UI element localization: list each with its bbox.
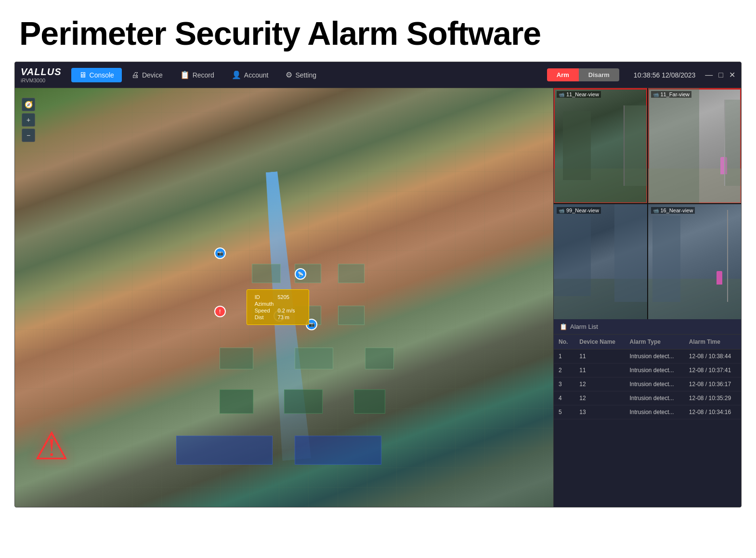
zoom-in-button[interactable]: + [22,113,35,127]
cam4-detail [648,204,742,319]
cam1-label-icon: 📹 [559,92,564,97]
cam2-label: 📹 11_Far-view [651,91,692,98]
alarm-row-5[interactable]: 5 13 Intrusion detect... 12-08 / 10:34:1… [554,405,741,419]
main-content: 📷 📡 ! 📷 📷 ID [15,88,741,507]
tooltip-dist-label: Dist [253,314,276,321]
alarm-row-3[interactable]: 3 12 Intrusion detect... 12-08 / 10:36:1… [554,377,741,391]
alarm-time-4: 12-08 / 10:35:29 [684,391,741,405]
cam4-fence [727,210,741,302]
camera-feed-1[interactable]: 📹 11_Near-view [554,88,647,203]
cam3-label-text: 99_Near-view [566,208,599,213]
marker-1[interactable]: 📷 [214,247,226,259]
building-10 [220,389,253,414]
alarm-no-1: 1 [554,350,574,363]
alarm-list-header: 📋 Alarm List [554,319,741,335]
logo-area: VALLUS iRVM3000 [21,66,62,83]
zoom-out-button[interactable]: − [22,129,35,142]
title-bar: VALLUS iRVM3000 🖥 Console 🖨 Device 📋 Rec… [15,62,741,88]
account-icon: 👤 [232,70,241,79]
camera-feed-3[interactable]: 📹 99_Near-view [554,204,647,319]
nav-record[interactable]: 📋 Record [172,67,222,82]
col-time: Alarm Time [684,335,741,350]
alarm-device-1: 11 [574,350,625,363]
page-title: Perimeter Security Alarm Software [19,14,737,52]
marker-alert[interactable]: ! [214,306,226,317]
nav-setting-label: Setting [295,71,316,79]
cam1-label: 📹 11_Near-view [557,91,601,98]
alarm-type-2: Intrusion detect... [625,363,684,377]
cam4-label-text: 16_Near-view [661,208,693,213]
alarm-row-4[interactable]: 4 12 Intrusion detect... 12-08 / 10:35:2… [554,391,741,405]
alarm-device-5: 13 [574,405,625,419]
alarm-type-4: Intrusion detect... [625,391,684,405]
tooltip-azimuth-value [275,300,297,307]
right-panel: 📹 11_Near-view 📹 11_Far-view [553,88,741,507]
building-9 [365,348,394,369]
marker-4-icon: 📷 [309,322,314,327]
nav-setting[interactable]: ⚙ Setting [278,67,324,82]
nav-account[interactable]: 👤 Account [224,67,276,82]
cam4-person [717,271,722,285]
building-blue-1 [176,436,273,465]
compass-button[interactable]: 🧭 [22,98,35,111]
logo-subtitle: iRVM3000 [21,78,62,83]
alarm-row-2[interactable]: 2 11 Intrusion detect... 12-08 / 10:37:4… [554,363,741,377]
alarm-type-3: Intrusion detect... [625,377,684,391]
disarm-button[interactable]: Disarm [579,68,619,81]
page-title-area: Perimeter Security Alarm Software [0,0,756,62]
camera-feed-4[interactable]: 📹 16_Near-view [648,204,742,319]
col-no: No. [554,335,574,350]
cam2-detail [648,88,742,203]
nav-console[interactable]: 🖥 Console [71,68,122,82]
nav-device-label: Device [142,71,163,79]
alarm-row-1[interactable]: 1 11 Intrusion detect... 12-08 / 10:38:4… [554,350,741,363]
alarm-time-2: 12-08 / 10:37:41 [684,363,741,377]
record-icon: 📋 [180,70,190,79]
building-6 [338,306,365,325]
app-window: VALLUS iRVM3000 🖥 Console 🖨 Device 📋 Rec… [14,62,742,507]
alarm-no-5: 5 [554,405,574,419]
map-area[interactable]: 📷 📡 ! 📷 📷 ID [15,88,553,507]
cam1-fence [624,105,647,186]
building-8 [295,348,333,369]
cam3-building1 [554,204,591,296]
setting-icon: ⚙ [286,70,292,79]
device-icon: 🖨 [131,71,139,79]
alarm-no-2: 2 [554,363,574,377]
close-button[interactable]: ✕ [729,70,735,79]
alarm-time-3: 12-08 / 10:36:17 [684,377,741,391]
arm-disarm-group: Arm Disarm [547,68,619,81]
minimize-button[interactable]: — [705,71,713,79]
marker-1-icon: 📷 [217,250,223,256]
map-background: 📷 📡 ! 📷 📷 ID [15,88,553,507]
building-12 [354,389,385,414]
arm-button[interactable]: Arm [547,68,579,81]
cam1-label-text: 11_Near-view [566,91,599,97]
tooltip-dist-value: 73 m [275,314,297,321]
camera-grid: 📹 11_Near-view 📹 11_Far-view [554,88,741,319]
cam2-label-icon: 📹 [653,92,659,97]
building-blue-2 [295,436,381,465]
cam4-building [652,216,680,302]
nav-items: 🖥 Console 🖨 Device 📋 Record 👤 Account ⚙ [71,67,547,82]
tooltip-id-value: 5205 [275,294,297,300]
map-controls: 🧭 + − [22,98,35,142]
cam4-label: 📹 16_Near-view [651,207,695,214]
camera-feed-2[interactable]: 📹 11_Far-view [648,88,742,203]
map-tooltip: ID 5205 Azimuth Speed 0.2 m/s Dist [247,289,309,325]
alarm-device-4: 12 [574,391,625,405]
marker-alert-icon: ! [219,309,221,314]
alarm-type-5: Intrusion detect... [625,405,684,419]
maximize-button[interactable]: □ [718,71,723,79]
cam2-building [648,88,699,203]
col-device: Device Name [574,335,625,350]
cam3-label-icon: 📹 [559,208,564,213]
cam3-label: 📹 99_Near-view [557,207,601,214]
nav-account-label: Account [244,71,269,79]
nav-console-label: Console [90,71,114,79]
cam4-label-icon: 📹 [653,208,659,213]
nav-device[interactable]: 🖨 Device [124,68,170,82]
alarm-time-1: 12-08 / 10:38:44 [684,350,741,363]
building-3 [338,264,365,283]
cam2-label-text: 11_Far-view [661,91,690,97]
